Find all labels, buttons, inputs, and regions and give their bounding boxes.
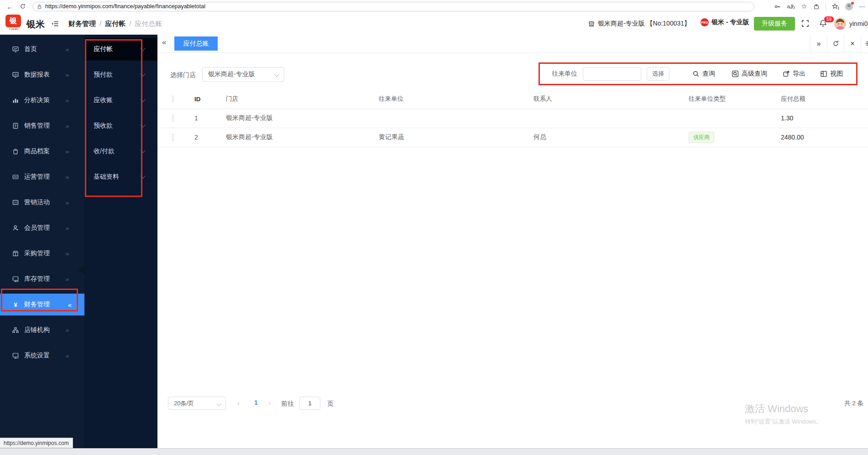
chevron-down-icon bbox=[140, 173, 145, 178]
breadcrumb: 财务管理 / 应付帐 / 应付总账 bbox=[68, 20, 162, 28]
advanced-search-button[interactable]: 高级查询 bbox=[732, 70, 767, 78]
upgrade-service-button[interactable]: 升级服务 bbox=[754, 17, 795, 31]
tab-payable-total[interactable]: 应付总账 bbox=[174, 36, 218, 51]
username[interactable]: yinmi08 bbox=[849, 20, 868, 27]
sidebar-item-goods[interactable]: 商品档案 » bbox=[0, 140, 84, 162]
collapse-tabs-icon[interactable]: « bbox=[162, 38, 166, 47]
column-header-unit-type[interactable]: 往来单位类型 bbox=[689, 95, 726, 103]
browser-right-icons: aあ ☆ ⋯ bbox=[774, 0, 865, 13]
sidebar-item-purchase[interactable]: 采购管理 » bbox=[0, 243, 84, 264]
sidebar-item-reports[interactable]: 数据报表 » bbox=[0, 64, 84, 86]
submenu-item-receivable[interactable]: 应收账 bbox=[84, 89, 157, 111]
expand-arrow-icon: » bbox=[66, 352, 69, 359]
total-count: 共 2 条 bbox=[844, 399, 863, 408]
submenu-item-basic-data[interactable]: 基础资料 bbox=[84, 166, 157, 188]
expand-arrow-icon: » bbox=[66, 148, 69, 155]
password-key-icon[interactable] bbox=[774, 3, 781, 10]
goto-page-input[interactable] bbox=[299, 397, 320, 410]
close-tab-icon[interactable]: × bbox=[844, 35, 861, 52]
submenu-item-prepayment[interactable]: 预付款 bbox=[84, 64, 157, 86]
browser-profile-icon[interactable] bbox=[845, 3, 853, 10]
yen-icon: ¥ bbox=[12, 301, 19, 308]
yinmi-logo[interactable]: 银 YINMI bbox=[5, 15, 22, 31]
submenu-item-payable[interactable]: 应付帐 bbox=[84, 38, 157, 61]
profile-alert-dot bbox=[851, 2, 854, 5]
address-bar[interactable]: https://demo.yinmipos.com/finance/payabl… bbox=[32, 2, 754, 11]
sidebar-item-operations[interactable]: AD 运营管理 » bbox=[0, 166, 84, 188]
windows-taskbar: 14:02 bbox=[0, 448, 868, 455]
notifications-bell[interactable]: 59 bbox=[819, 19, 828, 28]
current-page-number[interactable]: 1 bbox=[251, 399, 261, 406]
url-text[interactable]: https://demo.yinmipos.com/finance/payabl… bbox=[45, 3, 205, 10]
store-select[interactable]: 银米商超-专业版 bbox=[202, 67, 284, 82]
cell-id: 1 bbox=[194, 114, 198, 122]
cell-amount: 1.30 bbox=[781, 114, 793, 122]
column-header-amount[interactable]: 应付总额 bbox=[781, 95, 805, 103]
sidebar-item-label: 首页 bbox=[24, 45, 37, 53]
extensions-icon[interactable] bbox=[813, 3, 820, 10]
breadcrumb-item-finance[interactable]: 财务管理 bbox=[68, 20, 96, 28]
sidebar-item-label: 店铺机构 bbox=[24, 326, 50, 334]
current-store[interactable]: 银米商超-专业版 【No:100031】 bbox=[588, 20, 690, 28]
windows-activation-watermark-sub: 转到“设置”以激活 Windows。 bbox=[745, 418, 822, 426]
sidebar-item-home[interactable]: 首页 » bbox=[0, 38, 84, 60]
sidebar-item-settings[interactable]: 系统设置 » bbox=[0, 345, 84, 367]
submenu-item-label: 应付帐 bbox=[94, 45, 113, 53]
notification-count-badge: 59 bbox=[824, 16, 834, 23]
column-header-store[interactable]: 门店 bbox=[226, 95, 238, 103]
select-all-checkbox[interactable] bbox=[173, 95, 173, 103]
advanced-search-label: 高级查询 bbox=[742, 70, 767, 78]
translate-icon[interactable]: aあ bbox=[787, 3, 795, 10]
sidebar-item-label: 财务管理 bbox=[24, 300, 50, 309]
search-button[interactable]: 查询 bbox=[692, 70, 715, 78]
expand-tabs-icon[interactable]: » bbox=[810, 35, 827, 52]
row-checkbox[interactable] bbox=[173, 133, 173, 141]
breadcrumb-item-payable[interactable]: 应付帐 bbox=[105, 20, 125, 28]
cell-store: 银米商超-专业版 bbox=[226, 114, 273, 122]
export-button[interactable]: 导出 bbox=[783, 70, 805, 78]
submenu-item-label: 基础资料 bbox=[94, 173, 119, 181]
fullscreen-icon[interactable] bbox=[801, 20, 809, 27]
browser-divider bbox=[826, 3, 826, 10]
user-avatar[interactable] bbox=[834, 18, 846, 30]
sidebar-item-sales[interactable]: 销售管理 » bbox=[0, 115, 84, 137]
expand-arrow-icon: » bbox=[66, 250, 69, 257]
submenu-item-advance-receipt[interactable]: 预收款 bbox=[84, 115, 157, 137]
cell-contact: 何总 bbox=[533, 133, 546, 141]
sidebar-item-analytics[interactable]: 分析决策 » bbox=[0, 89, 84, 111]
sidebar-item-members[interactable]: 会员管理 » bbox=[0, 217, 84, 239]
view-label: 视图 bbox=[830, 70, 843, 78]
browser-refresh-icon[interactable] bbox=[20, 3, 26, 10]
browser-toolbar: ← https://demo.yinmipos.com/finance/paya… bbox=[0, 0, 868, 13]
sidebar-item-marketing[interactable]: 123 营销活动 » bbox=[0, 191, 84, 213]
page-size-select[interactable]: 20条/页 bbox=[168, 397, 226, 410]
column-header-unit[interactable]: 往来单位 bbox=[379, 95, 403, 103]
sidebar-item-label: 销售管理 bbox=[24, 122, 50, 130]
row-checkbox[interactable] bbox=[173, 114, 173, 122]
menu-fold-icon[interactable] bbox=[51, 20, 59, 28]
breadcrumb-separator: / bbox=[129, 20, 131, 28]
browser-more-icon[interactable]: ⋯ bbox=[859, 3, 865, 10]
expand-arrow-icon: » bbox=[66, 225, 69, 232]
favorites-hub-icon[interactable] bbox=[832, 3, 839, 10]
favorites-star-icon[interactable]: ☆ bbox=[801, 2, 807, 10]
choose-unit-button[interactable]: 选择 bbox=[647, 67, 669, 81]
table-row[interactable]: 1 银米商超-专业版 1.30 bbox=[157, 109, 868, 128]
submenu-item-payments[interactable]: 收/付款 bbox=[84, 140, 157, 162]
expand-arrow-icon: » bbox=[66, 276, 69, 283]
prev-page-icon[interactable]: ‹ bbox=[237, 399, 240, 407]
column-header-id[interactable]: ID bbox=[194, 95, 201, 102]
next-page-icon[interactable]: › bbox=[268, 399, 271, 407]
refresh-tab-icon[interactable] bbox=[827, 35, 844, 52]
table-row[interactable]: 2 银米商超-专业版 黄记果蔬 何总 供应商 2480.00 bbox=[157, 128, 868, 147]
search-toolbar: 往来单位 选择 查询 高级查询 导出 视图 bbox=[539, 62, 858, 85]
sidebar-item-finance[interactable]: ¥ 财务管理 « bbox=[0, 294, 84, 315]
store-name: 银米商超-专业版 【No:100031】 bbox=[598, 20, 690, 28]
sidebar-item-stores[interactable]: 店铺机构 » bbox=[0, 319, 84, 341]
unit-filter-input[interactable] bbox=[583, 67, 641, 81]
sidebar-item-inventory[interactable]: 库存管理 » bbox=[0, 268, 84, 290]
view-button[interactable]: 视图 bbox=[820, 70, 843, 78]
column-header-contact[interactable]: 联系人 bbox=[533, 95, 552, 103]
tab-settings-gear-icon[interactable] bbox=[861, 35, 868, 52]
browser-back-icon[interactable]: ← bbox=[6, 3, 13, 10]
